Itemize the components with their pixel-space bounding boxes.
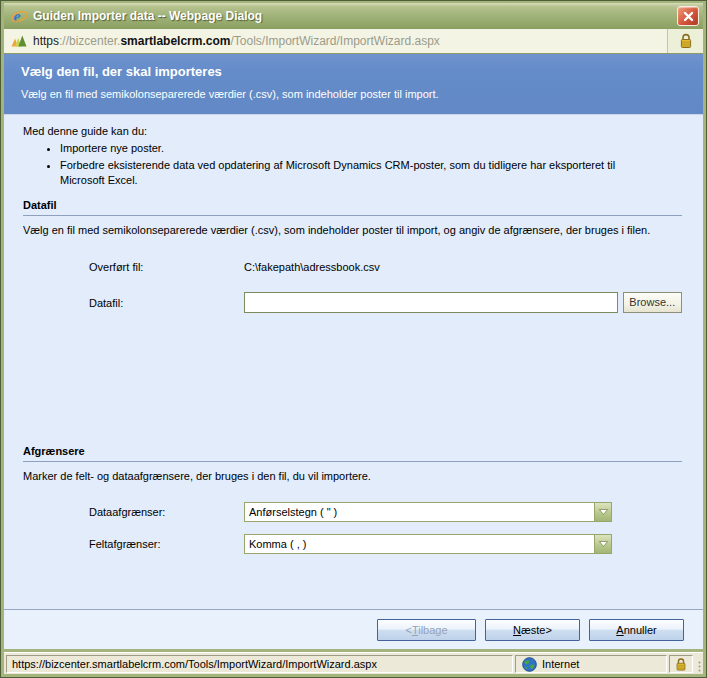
section-description: Vælg en fil med semikolonseparerede værd…: [23, 223, 682, 237]
section-title-afgraensere: Afgrænsere: [23, 445, 682, 462]
status-bar: https://bizcenter.smartlabelcrm.com/Tool…: [4, 652, 703, 674]
uploaded-file-row: Overført fil: C:\fakepath\adressbook.csv: [23, 261, 682, 273]
intro-block: Med denne guide kan du: Importere nye po…: [23, 125, 681, 190]
url-separator: ://bizcenter.: [59, 34, 120, 48]
address-bar: https://bizcenter.smartlabelcrm.com/Tool…: [4, 29, 703, 54]
page-title: Vælg den fil, der skal importeres: [21, 64, 685, 79]
field-delimiter-value: Komma ( , ): [245, 538, 594, 550]
window-title: Guiden Importer data -- Webpage Dialog: [33, 9, 677, 23]
dynamics-crm-icon: [11, 33, 27, 49]
section-datafil: Datafil Vælg en fil med semikolonseparer…: [23, 199, 682, 313]
wizard-content: Med denne guide kan du: Importere nye po…: [4, 115, 703, 649]
datafile-input[interactable]: [244, 292, 618, 313]
url-scheme: https: [33, 34, 59, 48]
url-domain: smartlabelcrm.com: [120, 34, 230, 48]
title-bar[interactable]: e Guiden Importer data -- Webpage Dialog: [4, 3, 703, 29]
data-delimiter-label: Dataafgrænser:: [89, 506, 244, 518]
section-title-datafil: Datafil: [23, 199, 682, 216]
close-icon[interactable]: [677, 6, 699, 26]
address-lock-cell[interactable]: [667, 29, 703, 53]
lock-icon: [675, 657, 687, 672]
section-afgraensere: Afgrænsere Marker de felt- og dataafgræn…: [23, 445, 682, 554]
status-url: https://bizcenter.smartlabelcrm.com/Tool…: [6, 655, 513, 673]
datafile-label: Datafil:: [89, 297, 244, 309]
lock-icon: [679, 33, 693, 49]
status-lock-cell[interactable]: [669, 655, 693, 673]
resize-grip[interactable]: [694, 655, 702, 673]
url-path: /Tools/ImportWizard/ImportWizard.aspx: [230, 34, 439, 48]
datafile-row: Datafil: Browse...: [23, 292, 682, 313]
intro-bullet-list: Importere nye poster. Forbedre eksistere…: [23, 141, 681, 188]
section-description: Marker de felt- og dataafgrænsere, der b…: [23, 469, 682, 483]
uploaded-file-label: Overført fil:: [89, 261, 244, 273]
webpage-dialog-window: e Guiden Importer data -- Webpage Dialog…: [0, 0, 707, 678]
ie-logo-icon: e: [11, 8, 28, 25]
back-button[interactable]: <Tilbage: [377, 619, 476, 641]
globe-icon: [522, 657, 537, 672]
wizard-header: Vælg den fil, der skal importeres Vælg e…: [4, 54, 703, 115]
data-delimiter-value: Anførselstegn ( " ): [245, 506, 594, 518]
list-item: Forbedre eksisterende data ved opdaterin…: [60, 158, 660, 188]
next-button[interactable]: Næste>: [485, 619, 580, 641]
wizard-footer: <Tilbage Næste> Annuller: [4, 609, 703, 649]
intro-lead: Med denne guide kan du:: [23, 125, 681, 137]
list-item: Importere nye poster.: [60, 141, 660, 156]
chevron-down-icon[interactable]: [594, 535, 611, 553]
uploaded-file-value: C:\fakepath\adressbook.csv: [244, 261, 380, 273]
status-zone-cell: Internet: [515, 655, 667, 673]
field-delimiter-row: Feltafgrænser: Komma ( , ): [23, 534, 682, 554]
data-delimiter-select[interactable]: Anførselstegn ( " ): [244, 502, 612, 522]
svg-text:e: e: [14, 8, 21, 25]
cancel-button[interactable]: Annuller: [589, 619, 684, 641]
back-button-label: <: [405, 624, 411, 636]
field-delimiter-select[interactable]: Komma ( , ): [244, 534, 612, 554]
chevron-down-icon[interactable]: [594, 503, 611, 521]
status-zone-label: Internet: [542, 658, 579, 670]
data-delimiter-row: Dataafgrænser: Anførselstegn ( " ): [23, 502, 682, 522]
address-url: https://bizcenter.smartlabelcrm.com/Tool…: [33, 34, 667, 48]
page-subtitle: Vælg en fil med semikolonseparerede værd…: [21, 88, 685, 100]
field-delimiter-label: Feltafgrænser:: [89, 538, 244, 550]
browse-button[interactable]: Browse...: [623, 292, 682, 313]
